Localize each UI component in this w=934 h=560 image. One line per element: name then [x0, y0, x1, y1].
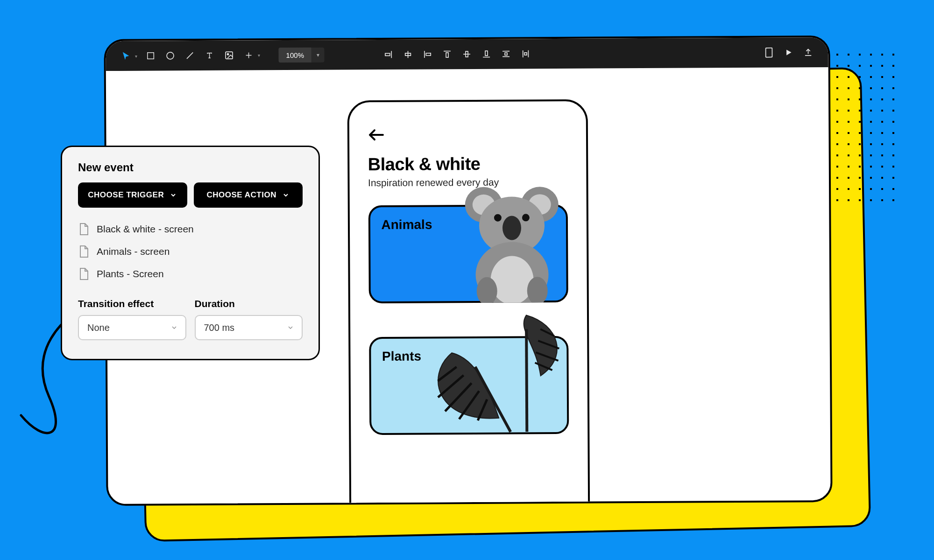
chevron-down-icon[interactable]: ▾ [258, 53, 260, 58]
screen-title: Black & white [368, 154, 567, 175]
align-middle-v-icon[interactable] [458, 45, 476, 63]
upload-icon[interactable] [799, 43, 817, 61]
new-event-panel: New event CHOOSE TRIGGER CHOOSE ACTION B… [61, 146, 320, 360]
chevron-down-icon [282, 191, 290, 199]
svg-point-33 [494, 214, 501, 222]
add-tool-icon[interactable] [240, 46, 257, 64]
align-bottom-icon[interactable] [478, 45, 495, 63]
line-tool-icon[interactable] [181, 47, 198, 64]
choose-trigger-button[interactable]: CHOOSE TRIGGER [78, 182, 187, 208]
svg-rect-14 [446, 53, 448, 57]
select-tool-icon[interactable] [117, 47, 134, 65]
device-preview-icon[interactable] [760, 44, 778, 62]
text-tool-icon[interactable] [200, 47, 218, 64]
list-item-label: Plants - Screen [97, 268, 164, 280]
list-item[interactable]: Plants - Screen [78, 263, 303, 285]
screen-list: Black & white - screen Animals - screen … [78, 218, 303, 285]
svg-rect-0 [148, 53, 154, 59]
chevron-down-icon [170, 191, 177, 199]
list-item[interactable]: Black & white - screen [78, 218, 303, 240]
transition-effect-select[interactable]: None [78, 315, 186, 340]
phone-artboard[interactable]: Black & white Inspiration renewed every … [347, 99, 590, 506]
distribute-h-icon[interactable] [517, 45, 535, 63]
zoom-value[interactable]: 100% [278, 48, 311, 63]
svg-rect-21 [505, 53, 507, 55]
select-value: 700 ms [204, 322, 235, 333]
plants-image [418, 310, 582, 442]
svg-rect-12 [426, 53, 431, 56]
svg-point-4 [227, 54, 228, 55]
ellipse-tool-icon[interactable] [161, 47, 179, 64]
back-arrow-icon[interactable] [368, 128, 383, 141]
file-icon [79, 223, 89, 236]
toolbar: ▾ ▾ 100% ▾ [106, 37, 828, 71]
rectangle-tool-icon[interactable] [142, 47, 159, 64]
svg-point-34 [522, 214, 529, 221]
duration-select[interactable]: 700 ms [195, 315, 303, 340]
duration-label: Duration [195, 298, 303, 309]
list-item[interactable]: Animals - screen [78, 240, 303, 263]
chevron-down-icon[interactable]: ▾ [135, 53, 137, 58]
svg-line-2 [187, 52, 193, 58]
image-tool-icon[interactable] [220, 47, 238, 64]
button-label: CHOOSE ACTION [207, 190, 276, 200]
chevron-down-icon [170, 324, 178, 331]
svg-rect-8 [385, 53, 390, 56]
svg-rect-24 [524, 53, 527, 55]
chevron-down-icon[interactable]: ▾ [311, 52, 325, 58]
svg-point-32 [502, 216, 521, 240]
svg-rect-18 [485, 51, 488, 56]
file-icon [79, 267, 89, 280]
button-label: CHOOSE TRIGGER [88, 190, 164, 200]
svg-rect-25 [766, 48, 772, 57]
chevron-down-icon [287, 324, 294, 331]
align-right-icon[interactable] [380, 46, 397, 63]
distribute-v-icon[interactable] [497, 45, 515, 63]
list-item-label: Animals - screen [97, 246, 170, 257]
select-value: None [87, 322, 110, 333]
panel-title: New event [78, 161, 303, 174]
align-center-h-icon[interactable] [399, 46, 417, 63]
zoom-control[interactable]: 100% ▾ [278, 48, 325, 63]
svg-point-1 [167, 52, 174, 59]
align-top-icon[interactable] [439, 45, 456, 63]
choose-action-button[interactable]: CHOOSE ACTION [194, 182, 303, 208]
transition-effect-label: Transition effect [78, 298, 186, 309]
list-item-label: Black & white - screen [97, 224, 194, 235]
align-left-icon[interactable] [419, 45, 437, 63]
koala-image [446, 181, 577, 303]
file-icon [79, 245, 89, 258]
play-icon[interactable] [779, 43, 797, 61]
